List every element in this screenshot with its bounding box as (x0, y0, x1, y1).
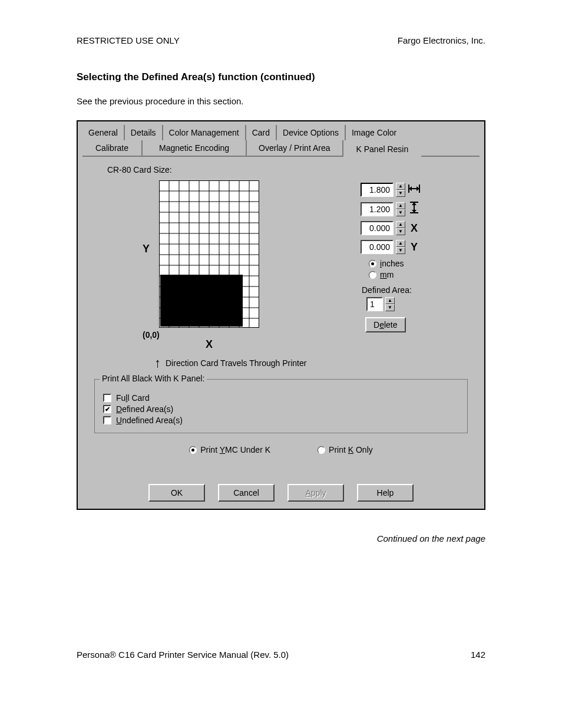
tab-content: CR-80 Card Size: Y (82, 156, 480, 466)
k-panel-group: Print All Black With K Panel: Full Card … (94, 379, 468, 433)
radio-icon (318, 446, 325, 454)
tab-row-top: General Details Color Management Card De… (82, 125, 480, 140)
units-mm-row[interactable]: mm (369, 270, 472, 279)
defined-areas-label: Defined Area(s) (116, 404, 173, 414)
defined-area-spin-down[interactable]: ▼ (385, 304, 395, 311)
full-card-row[interactable]: Full Card (103, 393, 459, 403)
units-inches-label: inches (380, 259, 404, 268)
cancel-button[interactable]: Cancel (218, 484, 275, 502)
print-k-only-row[interactable]: Print K Only (318, 445, 373, 454)
width-input[interactable] (361, 183, 394, 197)
width-icon (408, 184, 421, 196)
y-input[interactable] (361, 240, 394, 254)
y-spin-up[interactable]: ▲ (396, 240, 405, 247)
units-mm-label: mm (380, 270, 394, 279)
tab-row-bottom: Calibrate Magnetic Encoding Overlay / Pr… (82, 140, 480, 156)
defined-area-spin-up[interactable]: ▲ (385, 297, 395, 304)
card-size-label: CR-80 Card Size: (107, 165, 472, 174)
x-icon: X (408, 222, 421, 235)
svg-rect-23 (160, 275, 243, 327)
defined-area-input[interactable] (366, 297, 383, 311)
axis-x-label: X (159, 338, 259, 351)
help-button[interactable]: Help (357, 484, 414, 502)
header-left: RESTRICTED USE ONLY (77, 35, 180, 45)
footer-left: Persona® C16 Card Printer Service Manual… (77, 650, 289, 660)
y-icon: Y (408, 241, 421, 253)
x-spin-up[interactable]: ▲ (396, 221, 405, 228)
full-card-label: Full Card (116, 393, 150, 403)
print-k-only-label: Print K Only (329, 445, 373, 454)
checkbox-icon (103, 394, 111, 402)
page-heading: Selecting the Defined Area(s) function (… (77, 71, 485, 83)
width-spin-down[interactable]: ▼ (396, 190, 405, 197)
tab-details[interactable]: Details (125, 125, 163, 140)
tab-calibrate[interactable]: Calibrate (82, 140, 143, 156)
tab-overlay-print-area[interactable]: Overlay / Print Area (247, 140, 343, 156)
direction-label: Direction Card Travels Through Printer (166, 358, 306, 368)
header-right: Fargo Electronics, Inc. (398, 35, 485, 45)
height-icon (408, 202, 421, 216)
checkbox-icon: ✔ (103, 405, 111, 413)
units-inches-row[interactable]: inches (369, 259, 472, 268)
properties-dialog: General Details Color Management Card De… (77, 120, 485, 510)
undefined-areas-row[interactable]: Undefined Area(s) (103, 416, 459, 425)
print-ymc-row[interactable]: Print YMC Under K (189, 445, 270, 454)
tab-card[interactable]: Card (246, 125, 277, 140)
radio-icon (369, 260, 376, 268)
print-ymc-label: Print YMC Under K (200, 445, 270, 454)
undefined-areas-label: Undefined Area(s) (116, 416, 183, 425)
axis-y-label: Y (143, 243, 150, 255)
x-input[interactable] (361, 221, 394, 235)
continued-note: Continued on the next page (77, 533, 485, 543)
height-input[interactable] (361, 202, 394, 216)
height-spin-down[interactable]: ▼ (396, 209, 405, 216)
height-spin-up[interactable]: ▲ (396, 202, 405, 209)
tab-image-color[interactable]: Image Color (346, 125, 402, 140)
tab-color-management[interactable]: Color Management (163, 125, 246, 140)
tab-device-options[interactable]: Device Options (277, 125, 346, 140)
intro-text: See the previous procedure in this secti… (77, 96, 485, 106)
x-spin-down[interactable]: ▼ (396, 228, 405, 235)
tab-k-panel-resin[interactable]: K Panel Resin (343, 141, 422, 157)
delete-button[interactable]: Delete (365, 317, 406, 332)
tab-magnetic-encoding[interactable]: Magnetic Encoding (143, 140, 247, 156)
defined-area-label: Defined Area: (362, 285, 472, 295)
y-spin-down[interactable]: ▼ (396, 247, 405, 254)
k-panel-group-title: Print All Black With K Panel: (100, 374, 207, 383)
up-arrow-icon: ↑ (154, 355, 161, 371)
radio-icon (369, 271, 376, 279)
width-spin-up[interactable]: ▲ (396, 183, 405, 190)
footer-right: 142 (471, 650, 485, 660)
apply-button[interactable]: Apply (287, 484, 344, 502)
ok-button[interactable]: OK (148, 484, 205, 502)
defined-areas-row[interactable]: ✔ Defined Area(s) (103, 404, 459, 414)
checkbox-icon (103, 416, 111, 424)
card-preview[interactable] (159, 180, 259, 328)
tab-general[interactable]: General (82, 125, 125, 140)
radio-icon (189, 446, 197, 454)
